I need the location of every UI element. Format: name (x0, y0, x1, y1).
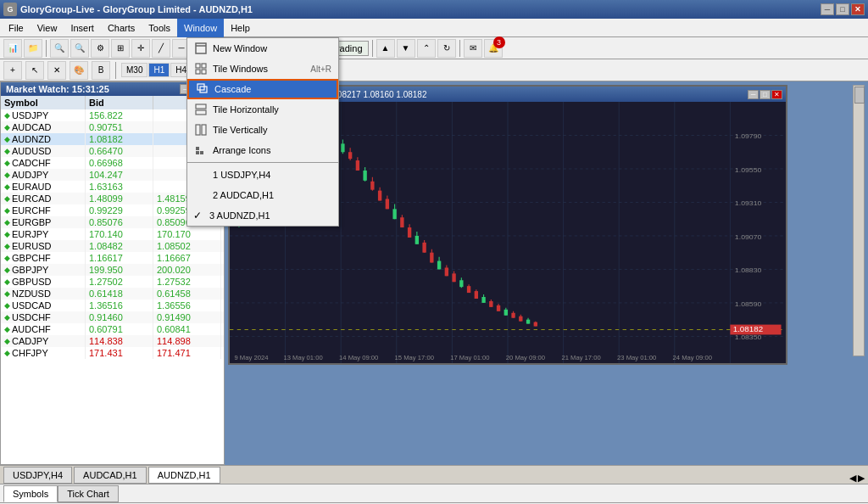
color-btn[interactable]: 🎨 (70, 61, 88, 80)
tile-h-label: Tile Horizontally (213, 104, 331, 115)
market-watch-row[interactable]: ◆GBPCHF1.166171.16667 (1, 252, 224, 264)
tab-tick-chart[interactable]: Tick Chart (58, 485, 119, 502)
svg-text:1.09070: 1.09070 (735, 232, 762, 240)
ask-cell: 0.61458 (153, 288, 221, 300)
menu-arrange-icons[interactable]: Arrange Icons (187, 140, 338, 160)
market-watch-row[interactable]: ◆CADJPY114.838114.898 (1, 335, 224, 347)
menu-tile-v[interactable]: Tile Vertically (187, 120, 338, 140)
minimize-button[interactable]: ─ (821, 3, 834, 15)
draw-btn[interactable]: + (3, 61, 22, 80)
symbol-diamond: ◆ (4, 194, 10, 203)
toolbar-1: 📊 📁 🔍 🔍 ⚙ ⊞ ✛ ╱ ─ │ ↗ T ∿ 📋 AutoTrading … (0, 37, 868, 59)
symbol-diamond: ◆ (4, 218, 10, 227)
svg-text:21 May 17:00: 21 May 17:00 (561, 354, 600, 361)
properties-btn[interactable]: ⚙ (91, 39, 109, 58)
buy-btn[interactable]: ▲ (376, 39, 395, 58)
menu-chart-3[interactable]: ✓ 3 AUDNZD,H1 (187, 205, 338, 226)
chart-max-btn[interactable]: □ (760, 90, 771, 99)
sell-btn[interactable]: ▼ (397, 39, 415, 58)
chart-tab-usdjpy[interactable]: USDJPY,H4 (3, 467, 72, 484)
menu-tile-h[interactable]: Tile Horizontally (187, 99, 338, 120)
menu-chart-1[interactable]: 1 USDJPY,H4 (187, 165, 338, 185)
chart-tab-audcad[interactable]: AUDCAD,H1 (74, 467, 147, 484)
bid-cell: 104.247 (86, 169, 153, 181)
ask-cell: 1.36556 (153, 300, 221, 311)
svg-rect-122 (202, 70, 206, 74)
market-watch-row[interactable]: ◆NZDUSD0.614180.61458 (1, 288, 224, 300)
svg-rect-121 (196, 70, 200, 74)
crosshair-btn[interactable]: ✛ (131, 39, 150, 58)
market-watch-row[interactable]: ◆USDCHF0.914600.91490 (1, 311, 224, 323)
svg-text:1.08350: 1.08350 (735, 333, 762, 341)
bid-cell: 199.950 (86, 264, 153, 276)
menu-help[interactable]: Help (224, 19, 257, 37)
mail-btn[interactable]: ✉ (464, 39, 482, 58)
scroll-left-btn[interactable]: ◀ (849, 473, 856, 484)
svg-rect-47 (348, 152, 352, 159)
menu-chart-2[interactable]: 2 AUDCAD,H1 (187, 185, 338, 205)
ask-cell: 200.020 (153, 264, 221, 276)
svg-rect-71 (437, 261, 441, 270)
symbol-diamond: ◆ (4, 230, 10, 238)
chart-close-btn[interactable]: ✕ (771, 90, 782, 99)
eraser-btn[interactable]: ✕ (47, 61, 66, 80)
svg-text:13 May 01:00: 13 May 01:00 (283, 354, 322, 361)
symbol-cell: ◆AUDUSD (1, 145, 86, 157)
menu-cascade[interactable]: Cascade (187, 79, 338, 99)
menu-new-window[interactable]: New Window (187, 38, 338, 59)
chart-tab-audnzd[interactable]: AUDNZD,H1 (148, 467, 220, 484)
open-btn[interactable]: 📁 (24, 39, 42, 58)
svg-rect-65 (415, 236, 419, 244)
menu-insert[interactable]: Insert (64, 19, 101, 37)
menu-window[interactable]: Window (177, 19, 224, 37)
ask-cell: 0.91490 (153, 311, 221, 323)
menu-tools[interactable]: Tools (142, 19, 177, 37)
scrollbar-thumb-v[interactable] (854, 87, 865, 104)
period-h1[interactable]: H1 (148, 63, 170, 77)
close-button[interactable]: ✕ (851, 3, 865, 15)
market-watch-row[interactable]: ◆AUDCHF0.607910.60841 (1, 323, 224, 335)
symbol-name: AUDNZD (12, 134, 51, 144)
symbol-diamond: ◆ (4, 277, 10, 286)
tile-v-label: Tile Vertically (213, 125, 331, 135)
bold-btn[interactable]: B (92, 61, 110, 80)
new-chart-btn[interactable]: 📊 (3, 39, 22, 58)
market-watch-row[interactable]: ◆GBPJPY199.950200.020 (1, 264, 224, 276)
window-dropdown-menu: New Window Tile Windows Alt+R Cascade (186, 37, 339, 227)
tile-windows-shortcut: Alt+R (310, 64, 331, 74)
menu-file[interactable]: File (2, 19, 31, 37)
zoom-out-btn[interactable]: 🔍 (70, 39, 89, 58)
market-watch-row[interactable]: ◆CHFJPY171.431171.471 (1, 347, 224, 359)
scroll-right-btn[interactable]: ▶ (858, 473, 865, 484)
market-watch-row[interactable]: ◆EURJPY170.140170.170 (1, 228, 224, 240)
svg-text:1.08830: 1.08830 (735, 266, 762, 274)
symbol-cell: ◆USDCHF (1, 311, 86, 323)
svg-text:24 May 09:00: 24 May 09:00 (673, 354, 712, 361)
bid-cell: 0.85076 (86, 216, 153, 228)
menu-tile-windows[interactable]: Tile Windows Alt+R (187, 59, 338, 79)
chart-2-label: 2 AUDCAD,H1 (213, 190, 331, 200)
market-watch-row[interactable]: ◆USDCAD1.365161.36556 (1, 300, 224, 311)
menu-charts[interactable]: Charts (101, 19, 142, 37)
chart-min-btn[interactable]: ─ (748, 90, 759, 99)
symbol-name: EURAUD (12, 182, 51, 192)
market-watch-row[interactable]: ◆GBPUSD1.275021.27532 (1, 276, 224, 288)
chart-scrollbar-v[interactable] (853, 85, 865, 356)
bid-cell: 1.08182 (86, 133, 153, 145)
tile-windows-label: Tile Windows (213, 64, 305, 74)
bid-cell: 114.838 (86, 335, 153, 347)
navigator-btn[interactable]: ⊞ (111, 39, 130, 58)
period-m30[interactable]: M30 (121, 63, 147, 77)
chart-3-checkmark: ✓ (191, 209, 204, 222)
menu-view[interactable]: View (31, 19, 64, 37)
refresh-btn[interactable]: ↻ (437, 39, 456, 58)
line-btn[interactable]: ╱ (152, 39, 170, 58)
tab-symbols[interactable]: Symbols (3, 485, 58, 502)
zoom-in-btn[interactable]: 🔍 (50, 39, 69, 58)
svg-rect-130 (200, 151, 203, 154)
calc-btn[interactable]: ⌃ (417, 39, 436, 58)
market-watch-row[interactable]: ◆EURUSD1.084821.08502 (1, 240, 224, 252)
symbol-name: EURCHF (12, 205, 51, 216)
maximize-button[interactable]: □ (836, 3, 849, 15)
select-btn[interactable]: ↖ (25, 61, 44, 80)
